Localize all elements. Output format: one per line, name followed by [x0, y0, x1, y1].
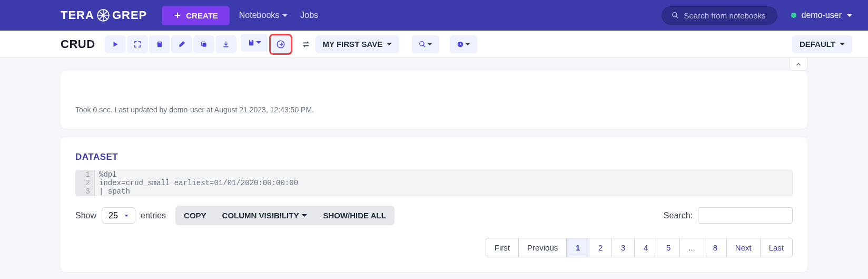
code-line: 3| spath [76, 187, 792, 196]
page-5[interactable]: 5 [657, 238, 680, 257]
swap-button[interactable] [297, 35, 315, 53]
book-button[interactable] [149, 35, 170, 53]
download-button[interactable] [215, 35, 236, 53]
svg-rect-2 [157, 41, 161, 47]
entries-label: entries [141, 211, 166, 220]
page-2[interactable]: 2 [589, 238, 612, 257]
page-title: CRUD [61, 37, 95, 51]
search-icon [419, 41, 426, 48]
collapse-toggle[interactable] [790, 58, 807, 71]
book-icon [156, 41, 163, 48]
code-line: 1%dpl [76, 170, 792, 179]
copy-button[interactable] [193, 35, 214, 53]
dataset-card: DATASET 1%dpl2index=crud_small earliest=… [61, 137, 807, 272]
page-3[interactable]: 3 [611, 238, 635, 257]
clock-icon [457, 41, 464, 48]
nav-jobs[interactable]: Jobs [300, 11, 318, 20]
erase-icon [177, 40, 186, 49]
caret-down-icon [387, 43, 392, 45]
swap-icon [302, 40, 310, 49]
caret-down-icon [302, 214, 307, 217]
svg-point-8 [420, 41, 424, 45]
table-search-input[interactable] [698, 207, 793, 224]
search-icon [672, 12, 679, 19]
code-line: 2index=crud_small earliest=01/01/2020:00… [76, 179, 792, 187]
time-dropdown[interactable] [450, 35, 477, 53]
svg-rect-4 [202, 43, 206, 46]
chevron-up-icon [795, 61, 802, 68]
circle-arrow-icon [276, 40, 285, 49]
svg-rect-3 [158, 42, 161, 43]
erase-button[interactable] [171, 35, 192, 53]
save-name-dropdown[interactable]: MY FIRST SAVE [315, 35, 400, 53]
show-label: Show [75, 211, 96, 220]
load-button[interactable] [269, 34, 292, 55]
plus-icon [173, 11, 182, 20]
brand-left: TERA [61, 8, 94, 22]
nav-notebooks[interactable]: Notebooks [239, 11, 288, 20]
copy-icon [200, 41, 208, 48]
save-button[interactable] [241, 34, 268, 52]
search-label: Search: [664, 211, 693, 220]
page-first[interactable]: First [486, 238, 519, 257]
play-icon [112, 41, 119, 48]
svg-rect-6 [250, 40, 252, 41]
page-8[interactable]: 8 [704, 238, 727, 257]
page-4[interactable]: 4 [634, 238, 657, 257]
page-previous[interactable]: Previous [518, 238, 567, 257]
status-text: Took 0 sec. Last updated by demo-user at… [75, 105, 314, 114]
default-dropdown[interactable]: DEFAULT [792, 35, 852, 53]
create-button[interactable]: CREATE [162, 6, 230, 25]
caret-down-icon [282, 14, 288, 17]
page-ellipsis: ... [679, 238, 704, 257]
logo-icon [96, 8, 110, 22]
caret-down-icon [427, 43, 432, 45]
entries-select[interactable]: 25 [102, 207, 135, 224]
section-title: DATASET [75, 152, 793, 162]
column-visibility-button[interactable]: COLUMN VISIBILITY [215, 207, 315, 224]
pagination: FirstPrevious12345...8NextLast [75, 238, 793, 257]
page-1[interactable]: 1 [566, 238, 589, 257]
status-dot-icon [791, 13, 796, 18]
code-editor[interactable]: 1%dpl2index=crud_small earliest=01/01/20… [75, 170, 793, 196]
copy-table-button[interactable]: COPY [176, 207, 214, 224]
brand-right: GREP [112, 8, 147, 22]
status-card: Took 0 sec. Last updated by demo-user at… [61, 71, 807, 129]
search-dropdown[interactable] [412, 35, 439, 53]
caret-down-icon [465, 43, 470, 45]
caret-down-icon [847, 14, 852, 17]
caret-down-icon [840, 43, 845, 45]
download-icon [222, 41, 230, 48]
page-last[interactable]: Last [760, 238, 793, 257]
svg-point-1 [672, 13, 676, 17]
save-icon [248, 39, 255, 46]
expand-icon [134, 41, 141, 48]
expand-button[interactable] [127, 35, 148, 53]
global-search[interactable]: Search from notebooks [662, 6, 777, 25]
user-menu[interactable]: demo-user [791, 11, 852, 20]
page-next[interactable]: Next [726, 238, 761, 257]
caret-down-icon [256, 41, 261, 44]
brand-logo[interactable]: TERA GREP [61, 8, 147, 22]
show-hide-all-button[interactable]: SHOW/HIDE ALL [315, 207, 393, 224]
run-button[interactable] [105, 35, 126, 53]
